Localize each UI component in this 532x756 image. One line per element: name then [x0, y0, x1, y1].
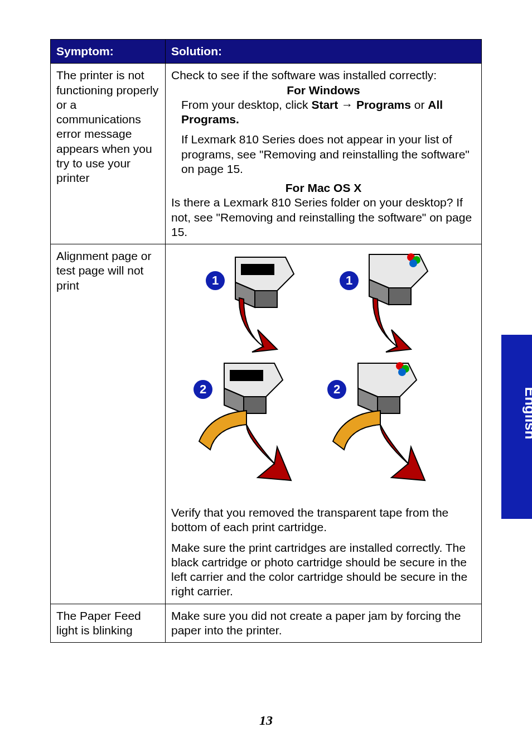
svg-point-3: [409, 259, 417, 267]
troubleshooting-table: Symptom: Solution: The printer is not fu…: [50, 39, 482, 643]
row2-verify-text: Verify that you removed the transparent …: [171, 505, 476, 535]
svg-rect-0: [241, 264, 274, 275]
text: or: [411, 98, 428, 111]
arrow-icon: →: [338, 98, 356, 111]
row1-mac-heading: For Mac OS X: [171, 181, 476, 195]
text-bold: Programs: [356, 98, 411, 111]
diagram-number-2: 2: [194, 380, 212, 399]
arrow-down-icon: [372, 293, 433, 360]
svg-rect-4: [230, 370, 263, 381]
cartridge-diagram: 1 1: [171, 249, 476, 505]
page-number: 13: [0, 713, 532, 728]
row1-symptom: The printer is not functioning properly …: [51, 64, 166, 244]
row1-windows-heading: For Windows: [171, 83, 476, 98]
svg-point-7: [398, 368, 406, 376]
row2-makesure-text: Make sure the print cartridges are insta…: [171, 541, 476, 599]
row1-mac-para: Is there a Lexmark 810 Series folder on …: [171, 195, 476, 239]
tape-swoosh-icon: [194, 408, 305, 503]
arrow-down-icon: [238, 293, 299, 360]
row1-solution: Check to see if the software was install…: [166, 64, 482, 244]
language-tab: English: [501, 335, 532, 519]
text-bold: Start: [311, 98, 338, 111]
row3-solution: Make sure you did not create a paper jam…: [166, 604, 482, 643]
header-solution: Solution:: [166, 40, 482, 64]
row2-solution: 1 1: [166, 244, 482, 604]
text-bold: .: [236, 113, 239, 126]
header-symptom: Symptom:: [51, 40, 166, 64]
row1-check-text: Check to see if the software was install…: [171, 68, 476, 83]
row2-symptom: Alignment page or test page will not pri…: [51, 244, 166, 604]
diagram-number-2: 2: [327, 380, 346, 399]
text: From your desktop, click: [181, 98, 311, 111]
tape-swoosh-icon: [327, 408, 439, 503]
row1-windows-para2: If Lexmark 810 Series does not appear in…: [171, 132, 476, 176]
row1-windows-instructions: From your desktop, click Start → Program…: [171, 98, 476, 127]
row3-symptom: The Paper Feed light is blinking: [51, 604, 166, 643]
language-tab-label: English: [521, 387, 532, 440]
diagram-number-1: 1: [206, 271, 225, 290]
diagram-number-1: 1: [340, 271, 359, 290]
